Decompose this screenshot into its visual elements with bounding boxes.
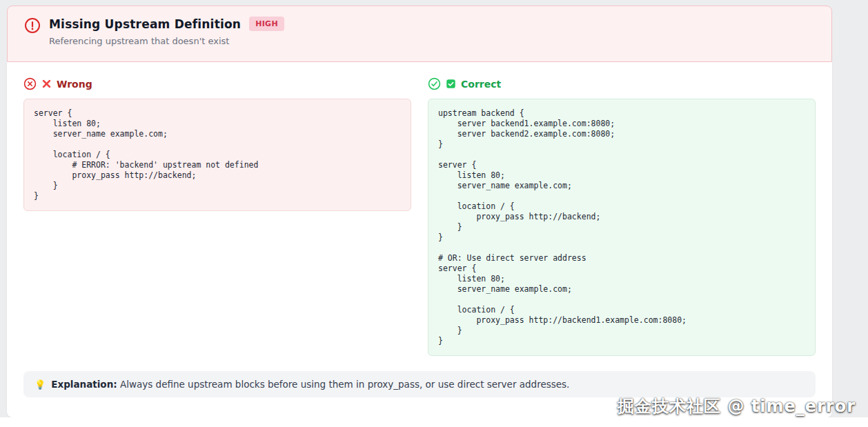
- issue-body: Wrong server { listen 80; server_name ex…: [7, 62, 832, 417]
- issue-title: Missing Upstream Definition: [49, 17, 241, 31]
- explanation-text: Explanation: Always define upstream bloc…: [51, 379, 569, 390]
- wrong-column: Wrong server { listen 80; server_name ex…: [23, 76, 411, 356]
- explanation-label: Explanation:: [51, 379, 117, 390]
- explanation-bar: 💡 Explanation: Always define upstream bl…: [23, 371, 816, 397]
- explanation-body: Always define upstream blocks before usi…: [117, 379, 570, 390]
- issue-header: Missing Upstream Definition HIGH Referen…: [7, 6, 832, 62]
- issue-header-text: Missing Upstream Definition HIGH Referen…: [49, 17, 284, 46]
- issue-title-row: Missing Upstream Definition HIGH: [49, 17, 284, 31]
- correct-column-header: Correct: [428, 77, 816, 90]
- circle-x-icon: [23, 77, 37, 90]
- wrong-column-header: Wrong: [23, 77, 411, 90]
- lightbulb-icon: 💡: [34, 379, 46, 390]
- red-cross-mark-icon: [41, 79, 52, 89]
- bottom-strip: [0, 417, 868, 427]
- correct-code-block: upstream backend { server backend1.examp…: [428, 99, 816, 356]
- correct-column: Correct upstream backend { server backen…: [428, 76, 816, 356]
- severity-badge: HIGH: [249, 17, 284, 31]
- comparison-columns: Wrong server { listen 80; server_name ex…: [23, 76, 816, 356]
- wrong-label: Wrong: [57, 79, 92, 90]
- wrong-code-block: server { listen 80; server_name example.…: [23, 99, 411, 211]
- issue-subtitle: Referencing upstream that doesn't exist: [49, 36, 284, 46]
- circle-check-icon: [428, 77, 441, 90]
- alert-circle-icon: [24, 17, 41, 34]
- page: Missing Upstream Definition HIGH Referen…: [0, 0, 868, 427]
- correct-label: Correct: [461, 79, 501, 90]
- green-checkbox-icon: [446, 79, 456, 89]
